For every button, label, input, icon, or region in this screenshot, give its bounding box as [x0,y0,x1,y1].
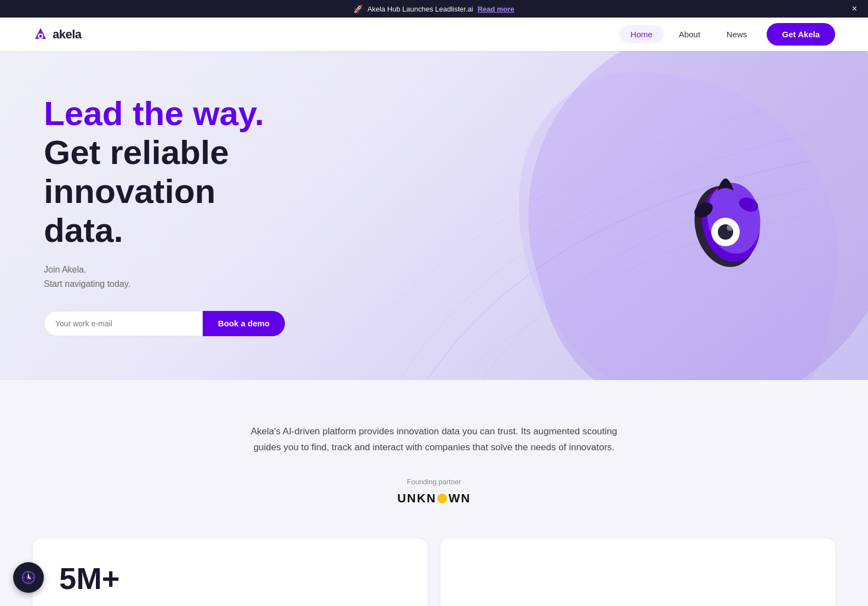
hero-subtitle: Join Akela. Start navigating today. [44,263,285,291]
rocket-icon: 🚀 [353,4,363,13]
partner-logo-dot [437,494,447,503]
hero-mascot [671,161,780,270]
book-demo-button[interactable]: Book a demo [203,311,285,336]
hero-title-main-1: Get reliable [44,133,285,172]
read-more-link[interactable]: Read more [477,5,514,13]
founding-label: Founding partner [407,478,461,486]
announcement-bar: 🚀 Akela Hub Launches Leadlister.ai Read … [0,0,868,18]
logo-link[interactable]: akela [33,27,82,42]
badge-icon [21,570,36,585]
stat-number-0: 5M+ [59,560,401,596]
announcement-text: Akela Hub Launches Leadlister.ai [367,5,473,13]
hero-title-accent: Lead the way. [44,95,285,132]
hero-section: Lead the way. Get reliable innovation da… [0,51,868,380]
nav-links: Home About News Get Akela [620,23,835,46]
stat-card-0: 5M+ [33,539,427,606]
founding-partner: Founding partner UNKN WN [11,478,857,506]
stat-card-1 [441,539,835,606]
partner-logo: UNKN WN [397,491,471,506]
logo-text: akela [53,27,82,42]
description-section: Akela's AI-driven platform provides inno… [0,380,868,539]
svg-point-7 [727,224,733,231]
floating-badge[interactable] [13,562,44,593]
description-text: Akela's AI-driven platform provides inno… [242,424,626,456]
close-announcement-button[interactable]: × [852,4,857,13]
partner-name-before: UNKN [397,491,437,506]
get-akela-button[interactable]: Get Akela [767,23,835,46]
hero-content: Lead the way. Get reliable innovation da… [0,51,329,380]
logo-icon [33,27,48,42]
hero-subtitle-1: Join Akela. [44,265,86,274]
email-input[interactable] [44,311,203,336]
svg-point-1 [39,35,42,37]
hero-title-main-2: innovation data. [44,172,285,250]
hero-form: Book a demo [44,311,285,336]
hero-subtitle-2: Start navigating today. [44,279,130,288]
partner-name-after: WN [448,491,471,506]
stats-section: 5M+ [0,539,868,606]
nav-news-link[interactable]: News [716,25,758,43]
navbar: akela Home About News Get Akela [0,18,868,51]
nav-about-link[interactable]: About [668,25,711,43]
nav-home-link[interactable]: Home [620,25,664,43]
